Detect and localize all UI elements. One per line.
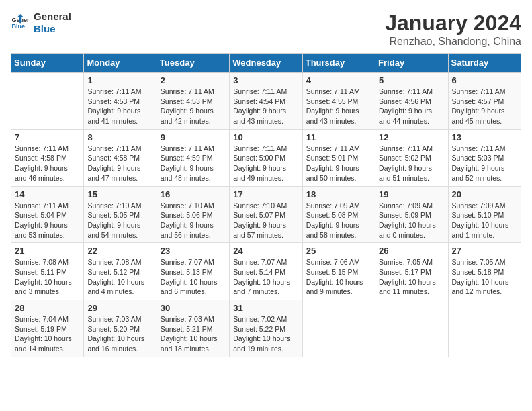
day-number: 26 [379, 246, 444, 256]
location-subtitle: Renzhao, Shandong, China [385, 36, 521, 48]
day-number: 20 [452, 189, 517, 199]
header-tuesday: Tuesday [157, 54, 229, 73]
calendar-cell: 1Sunrise: 7:11 AM Sunset: 4:53 PM Daylig… [84, 73, 157, 130]
week-row-2: 14Sunrise: 7:11 AM Sunset: 5:04 PM Dayli… [11, 186, 521, 243]
day-number: 28 [15, 303, 80, 313]
calendar-cell [11, 73, 84, 130]
logo-icon: General Blue [11, 13, 30, 32]
calendar-cell [375, 300, 448, 357]
day-number: 16 [161, 189, 226, 199]
day-number: 14 [15, 189, 80, 199]
day-info: Sunrise: 7:11 AM Sunset: 4:57 PM Dayligh… [452, 87, 517, 126]
day-number: 31 [233, 303, 298, 313]
day-number: 23 [161, 246, 226, 256]
week-row-0: 1Sunrise: 7:11 AM Sunset: 4:53 PM Daylig… [11, 73, 521, 130]
calendar-cell: 10Sunrise: 7:11 AM Sunset: 5:00 PM Dayli… [230, 129, 302, 186]
day-number: 25 [306, 246, 371, 256]
day-info: Sunrise: 7:10 AM Sunset: 5:05 PM Dayligh… [87, 201, 152, 240]
day-number: 1 [87, 75, 152, 85]
calendar-cell: 8Sunrise: 7:11 AM Sunset: 4:58 PM Daylig… [84, 129, 157, 186]
calendar-cell: 16Sunrise: 7:10 AM Sunset: 5:06 PM Dayli… [157, 186, 229, 243]
day-number: 24 [233, 246, 298, 256]
calendar-cell: 3Sunrise: 7:11 AM Sunset: 4:54 PM Daylig… [230, 73, 302, 130]
calendar-cell: 24Sunrise: 7:07 AM Sunset: 5:14 PM Dayli… [230, 243, 302, 300]
day-number: 3 [233, 75, 298, 85]
day-number: 11 [306, 132, 371, 142]
svg-text:Blue: Blue [11, 23, 25, 30]
day-info: Sunrise: 7:11 AM Sunset: 4:59 PM Dayligh… [161, 144, 226, 183]
day-number: 7 [15, 132, 80, 142]
logo-text-general: General [34, 11, 71, 23]
day-info: Sunrise: 7:09 AM Sunset: 5:10 PM Dayligh… [452, 201, 517, 240]
calendar-cell: 29Sunrise: 7:03 AM Sunset: 5:20 PM Dayli… [84, 300, 157, 357]
day-number: 5 [379, 75, 444, 85]
header-sunday: Sunday [11, 54, 84, 73]
day-number: 12 [379, 132, 444, 142]
calendar-cell: 2Sunrise: 7:11 AM Sunset: 4:53 PM Daylig… [157, 73, 229, 130]
day-number: 6 [452, 75, 517, 85]
logo: General Blue General Blue General Blue [11, 11, 71, 35]
calendar-cell: 27Sunrise: 7:05 AM Sunset: 5:18 PM Dayli… [448, 243, 521, 300]
calendar-table: SundayMondayTuesdayWednesdayThursdayFrid… [11, 53, 521, 357]
day-info: Sunrise: 7:10 AM Sunset: 5:07 PM Dayligh… [233, 201, 298, 240]
week-row-1: 7Sunrise: 7:11 AM Sunset: 4:58 PM Daylig… [11, 129, 521, 186]
calendar-header: SundayMondayTuesdayWednesdayThursdayFrid… [11, 54, 521, 73]
day-info: Sunrise: 7:11 AM Sunset: 4:56 PM Dayligh… [379, 87, 444, 126]
day-info: Sunrise: 7:11 AM Sunset: 4:58 PM Dayligh… [87, 144, 152, 183]
day-info: Sunrise: 7:11 AM Sunset: 5:04 PM Dayligh… [15, 201, 80, 240]
day-info: Sunrise: 7:11 AM Sunset: 5:03 PM Dayligh… [452, 144, 517, 183]
day-info: Sunrise: 7:11 AM Sunset: 4:53 PM Dayligh… [161, 87, 226, 126]
calendar-cell: 23Sunrise: 7:07 AM Sunset: 5:13 PM Dayli… [157, 243, 229, 300]
calendar-cell: 21Sunrise: 7:08 AM Sunset: 5:11 PM Dayli… [11, 243, 84, 300]
calendar-cell: 5Sunrise: 7:11 AM Sunset: 4:56 PM Daylig… [375, 73, 448, 130]
header-thursday: Thursday [302, 54, 375, 73]
day-info: Sunrise: 7:10 AM Sunset: 5:06 PM Dayligh… [161, 201, 226, 240]
calendar-cell: 13Sunrise: 7:11 AM Sunset: 5:03 PM Dayli… [448, 129, 521, 186]
day-info: Sunrise: 7:03 AM Sunset: 5:20 PM Dayligh… [87, 314, 152, 354]
day-number: 29 [87, 303, 152, 313]
calendar-cell: 17Sunrise: 7:10 AM Sunset: 5:07 PM Dayli… [230, 186, 302, 243]
title-block: January 2024 Renzhao, Shandong, China [385, 11, 521, 48]
calendar-cell: 11Sunrise: 7:11 AM Sunset: 5:01 PM Dayli… [302, 129, 375, 186]
calendar-cell: 7Sunrise: 7:11 AM Sunset: 4:58 PM Daylig… [11, 129, 84, 186]
day-info: Sunrise: 7:09 AM Sunset: 5:09 PM Dayligh… [379, 201, 444, 240]
page-header: General Blue General Blue General Blue J… [11, 11, 521, 48]
calendar-cell: 20Sunrise: 7:09 AM Sunset: 5:10 PM Dayli… [448, 186, 521, 243]
day-info: Sunrise: 7:05 AM Sunset: 5:18 PM Dayligh… [452, 257, 517, 297]
header-saturday: Saturday [448, 54, 521, 73]
calendar-body: 1Sunrise: 7:11 AM Sunset: 4:53 PM Daylig… [11, 73, 521, 357]
day-number: 15 [87, 189, 152, 199]
calendar-cell: 15Sunrise: 7:10 AM Sunset: 5:05 PM Dayli… [84, 186, 157, 243]
calendar-cell: 30Sunrise: 7:03 AM Sunset: 5:21 PM Dayli… [157, 300, 229, 357]
header-friday: Friday [375, 54, 448, 73]
day-info: Sunrise: 7:05 AM Sunset: 5:17 PM Dayligh… [379, 257, 444, 297]
day-info: Sunrise: 7:03 AM Sunset: 5:21 PM Dayligh… [161, 314, 226, 354]
day-number: 21 [15, 246, 80, 256]
calendar-cell: 9Sunrise: 7:11 AM Sunset: 4:59 PM Daylig… [157, 129, 229, 186]
header-row: SundayMondayTuesdayWednesdayThursdayFrid… [11, 54, 521, 73]
calendar-cell: 31Sunrise: 7:02 AM Sunset: 5:22 PM Dayli… [230, 300, 302, 357]
day-number: 17 [233, 189, 298, 199]
calendar-cell: 19Sunrise: 7:09 AM Sunset: 5:09 PM Dayli… [375, 186, 448, 243]
day-info: Sunrise: 7:08 AM Sunset: 5:11 PM Dayligh… [15, 257, 80, 297]
calendar-cell: 14Sunrise: 7:11 AM Sunset: 5:04 PM Dayli… [11, 186, 84, 243]
calendar-cell [302, 300, 375, 357]
day-number: 10 [233, 132, 298, 142]
logo-text-blue: Blue [34, 23, 71, 35]
day-number: 8 [87, 132, 152, 142]
day-info: Sunrise: 7:07 AM Sunset: 5:13 PM Dayligh… [161, 257, 226, 297]
day-info: Sunrise: 7:11 AM Sunset: 5:00 PM Dayligh… [233, 144, 298, 183]
calendar-cell: 18Sunrise: 7:09 AM Sunset: 5:08 PM Dayli… [302, 186, 375, 243]
day-info: Sunrise: 7:11 AM Sunset: 5:01 PM Dayligh… [306, 144, 371, 183]
week-row-3: 21Sunrise: 7:08 AM Sunset: 5:11 PM Dayli… [11, 243, 521, 300]
day-info: Sunrise: 7:11 AM Sunset: 4:58 PM Dayligh… [15, 144, 80, 183]
day-info: Sunrise: 7:09 AM Sunset: 5:08 PM Dayligh… [306, 201, 371, 240]
calendar-cell: 22Sunrise: 7:08 AM Sunset: 5:12 PM Dayli… [84, 243, 157, 300]
day-number: 22 [87, 246, 152, 256]
day-number: 30 [161, 303, 226, 313]
calendar-cell: 6Sunrise: 7:11 AM Sunset: 4:57 PM Daylig… [448, 73, 521, 130]
calendar-cell [448, 300, 521, 357]
day-number: 4 [306, 75, 371, 85]
day-info: Sunrise: 7:04 AM Sunset: 5:19 PM Dayligh… [15, 314, 80, 354]
day-info: Sunrise: 7:02 AM Sunset: 5:22 PM Dayligh… [233, 314, 298, 354]
